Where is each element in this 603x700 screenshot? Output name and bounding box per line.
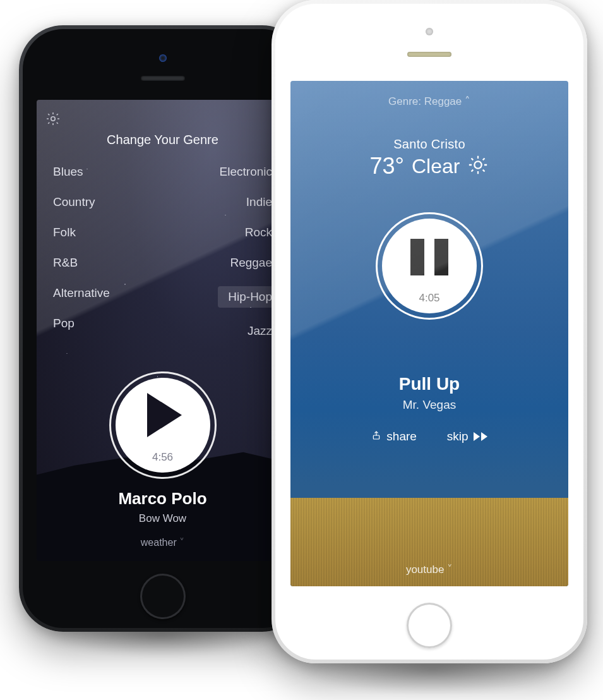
home-button[interactable] bbox=[140, 574, 186, 619]
genre-picker-title: Change Your Genre bbox=[37, 133, 289, 147]
sun-icon bbox=[467, 154, 489, 178]
genre-item[interactable]: Jazz bbox=[248, 324, 272, 338]
gear-icon[interactable] bbox=[45, 111, 61, 126]
genre-item[interactable]: Rock bbox=[245, 226, 272, 239]
phone-light: Genre: Reggae Santo Cristo 73° Clear bbox=[272, 0, 587, 663]
genre-item[interactable]: Blues bbox=[53, 165, 110, 179]
play-button[interactable]: 4:56 bbox=[116, 378, 210, 473]
front-camera bbox=[159, 54, 167, 62]
track-artist: Mr. Vegas bbox=[290, 398, 568, 412]
genre-column-left: Blues Country Folk R&B Alternative Pop bbox=[53, 165, 110, 338]
front-camera bbox=[426, 28, 433, 35]
pause-button[interactable]: 4:05 bbox=[382, 219, 477, 313]
genre-item[interactable]: Reggae bbox=[230, 256, 272, 270]
svg-point-1 bbox=[475, 161, 482, 168]
weather-condition: Clear bbox=[412, 155, 460, 178]
genre-item[interactable]: Electronic bbox=[220, 165, 272, 179]
weather-toggle[interactable]: weather bbox=[37, 536, 289, 548]
genre-column-right: Electronic Indie Rock Reggae Hip-Hop Jaz… bbox=[218, 165, 272, 338]
pause-icon bbox=[382, 239, 477, 275]
track-elapsed: 4:05 bbox=[382, 292, 477, 305]
track-duration: 4:56 bbox=[116, 451, 210, 464]
weather-row: 73° Clear bbox=[290, 153, 568, 179]
svg-rect-2 bbox=[374, 435, 379, 439]
genre-item[interactable]: R&B bbox=[53, 256, 110, 270]
play-icon bbox=[147, 393, 182, 437]
home-button[interactable] bbox=[407, 603, 452, 648]
genre-item[interactable]: Alternative bbox=[53, 286, 110, 300]
share-icon bbox=[371, 430, 381, 444]
track-artist: Bow Wow bbox=[37, 512, 289, 525]
genre-dropdown[interactable]: Genre: Reggae bbox=[290, 95, 568, 108]
track-title: Marco Polo bbox=[37, 489, 289, 509]
genre-item[interactable]: Pop bbox=[53, 317, 110, 330]
genre-item[interactable]: Country bbox=[53, 195, 110, 209]
genre-item[interactable]: Folk bbox=[53, 226, 110, 239]
location-label: Santo Cristo bbox=[290, 137, 568, 152]
phone-speaker bbox=[141, 76, 185, 81]
share-label: share bbox=[386, 430, 417, 444]
skip-label: skip bbox=[447, 430, 469, 444]
genre-item[interactable]: Indie bbox=[246, 195, 272, 209]
svg-point-0 bbox=[51, 117, 55, 121]
youtube-toggle[interactable]: youtube bbox=[290, 563, 568, 576]
track-title: Pull Up bbox=[290, 374, 568, 394]
phone-speaker bbox=[407, 52, 451, 57]
phone-dark: Change Your Genre Blues Country Folk R&B… bbox=[19, 25, 306, 632]
share-button[interactable]: share bbox=[371, 430, 417, 444]
skip-icon bbox=[474, 432, 487, 441]
skip-button[interactable]: skip bbox=[447, 430, 487, 444]
temperature: 73° bbox=[370, 153, 404, 179]
